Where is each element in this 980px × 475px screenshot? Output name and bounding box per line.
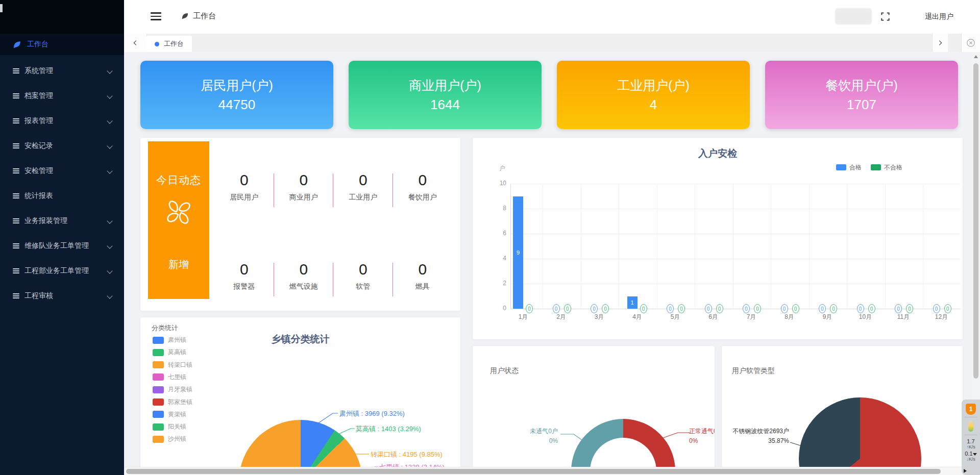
status-label-off: 未通气0户0% [530,427,558,446]
divider [964,435,977,435]
sidebar-item-3[interactable]: 安检记录 [0,137,124,155]
sidebar-item-4[interactable]: 安检管理 [0,162,124,180]
fullscreen-icon[interactable] [880,12,890,21]
legend-swatch [836,164,846,170]
username-blurred [835,8,872,24]
legend-swatch [153,373,164,381]
horizontal-scrollbar[interactable] [124,467,972,475]
zero-marker: 0 [716,304,723,313]
sidebar-item-2[interactable]: 报表管理 [0,112,124,130]
zero-marker: 0 [705,304,712,313]
hose-type-pie[interactable] [799,397,921,475]
logo-fragment [0,4,3,12]
pie-legend-item-七里镇[interactable]: 七里镇 [153,373,186,382]
legend-label: 沙州镇 [168,435,186,443]
zero-marker: 0 [781,304,788,313]
pie-legend-item-黄渠镇[interactable]: 黄渠镇 [153,410,186,419]
sidebar-item-6[interactable]: 业务报装管理 [0,212,124,230]
x-tick-label: 4月 [625,313,650,321]
pie-label-莫高镇: 莫高镇 : 1403 (3.29%) [356,424,421,434]
sidebar-item-5[interactable]: 统计报表 [0,187,124,205]
sidebar-item-workbench[interactable]: 工作台 [0,34,124,55]
chevron-down-icon [107,243,112,248]
sidebar-item-label: 维修队业务工单管理 [24,241,89,251]
stat-card-3[interactable]: 餐饮用户(户)1707 [765,61,958,129]
today-stat-燃具: 0燃具 [393,261,453,291]
stat-card-value: 1644 [430,97,460,113]
workbench-page: 工作台 系统管理档案管理报表管理安检记录安检管理统计报表业务报装管理维修队业务工… [0,0,980,475]
stat-value: 0 [240,171,249,189]
close-circle-icon [966,38,975,47]
zero-marker: 0 [678,304,685,313]
pie-legend-item-沙州镇[interactable]: 沙州镇 [153,435,186,443]
chevron-down-icon [107,168,112,173]
horizontal-scrollbar-thumb[interactable] [126,469,941,474]
logout-button[interactable]: 退出用户 [925,12,953,21]
expand-triangle-icon[interactable] [964,469,967,473]
legend-label: 莫高镇 [168,348,186,357]
stat-value: 0 [418,261,427,278]
today-stats-row-2: 0报警器0燃气设施0软管0燃具 [214,261,452,291]
tabs-close-button[interactable] [961,34,980,52]
zero-marker: 0 [933,304,940,313]
zero-marker: 0 [857,304,864,313]
menu-lines-icon [13,93,19,98]
bar-1月[interactable]: 9 [513,196,523,309]
sidebar-item-1[interactable]: 档案管理 [0,87,124,105]
pie-legend-item-阳关镇[interactable]: 阳关镇 [153,422,186,431]
y-tick-label: 6 [493,230,506,237]
x-tick-label: 8月 [777,313,802,321]
gridline [619,184,619,309]
pie-legend-item-莫高镇[interactable]: 莫高镇 [153,348,186,357]
stat-card-title: 工业用户(户) [617,77,690,94]
pie-legend-item-转渠口镇[interactable]: 转渠口镇 [153,361,192,369]
stat-label: 餐饮用户 [408,193,437,202]
menu-lines-icon [13,118,19,123]
sidebar-item-label: 系统管理 [24,66,53,76]
pie-legend-item-月牙泉镇[interactable]: 月牙泉镇 [153,385,192,394]
zero-marker: 0 [564,304,571,313]
sidebar-item-0[interactable]: 系统管理 [0,62,124,80]
vertical-scrollbar-thumb[interactable] [973,63,978,379]
scroll-up-arrow[interactable] [974,55,978,58]
x-tick-label: 2月 [549,313,574,321]
today-banner-subtitle: 新增 [168,258,189,271]
legend-swatch [153,398,164,406]
capsule-icon[interactable] [968,420,973,432]
stat-card-value: 1707 [847,97,876,113]
legend-item-fail[interactable]: 不合格 [871,163,902,172]
bar-4月[interactable]: 1 [627,296,638,309]
stat-card-0[interactable]: 居民用户(户)44750 [140,61,333,129]
divider [964,417,977,417]
sidebar-item-8[interactable]: 工程部业务工单管理 [0,262,124,280]
donut-title: 用户软管类型 [732,366,775,376]
sidebar-item-9[interactable]: 工程审核 [0,287,124,305]
hamburger-menu-icon[interactable] [151,12,161,20]
top-header: 工作台 退出用户 [124,0,980,34]
pie-legend-item-郭家堡镇[interactable]: 郭家堡镇 [153,398,192,407]
stat-label: 软管 [356,282,370,291]
today-stat-工业用户: 0工业用户 [333,171,393,202]
legend-swatch [153,337,164,344]
legend-label: 月牙泉镇 [168,385,192,394]
tabs-scroll-right-button[interactable] [932,34,948,52]
tab-workbench[interactable]: 工作台 [146,36,192,52]
today-stat-餐饮用户: 0餐饮用户 [393,171,453,202]
legend-label: 郭家堡镇 [168,398,192,407]
today-stats-row-1: 0居民用户0商业用户0工业用户0餐饮用户 [214,171,452,202]
y-tick-label: 10 [493,180,506,187]
stat-card-2[interactable]: 工业用户(户)4 [557,61,750,129]
y-tick-label: 8 [493,205,506,212]
sidebar-item-7[interactable]: 维修队业务工单管理 [0,237,124,255]
legend-label: 阳关镇 [168,422,186,431]
bar-chart-title: 入户安检 [473,147,963,160]
shield-badge-icon[interactable]: 1 [966,404,976,415]
tabs-scroll-left-button[interactable] [124,34,147,52]
sidebar-item-label: 安检记录 [24,141,53,151]
stat-card-1[interactable]: 商业用户(户)1644 [349,61,542,129]
speed-monitor-widget[interactable]: 1 1.7 ↑K/s 0.1 ↓K/s [962,399,980,475]
legend-item-pass[interactable]: 合格 [836,163,862,172]
stat-label: 燃气设施 [289,282,318,291]
pie-legend-item-肃州镇[interactable]: 肃州镇 [153,336,186,344]
pie-legend-title: 分类统计 [152,323,178,333]
